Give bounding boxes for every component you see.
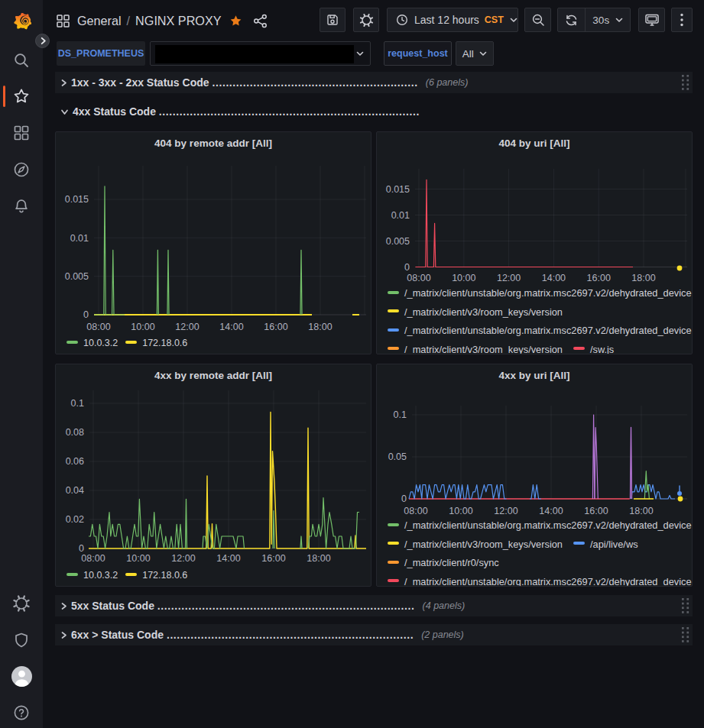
svg-text:0.04: 0.04	[66, 485, 84, 496]
svg-text:14:00: 14:00	[539, 506, 563, 516]
svg-text:0.1: 0.1	[394, 409, 407, 420]
svg-text:0: 0	[401, 493, 407, 504]
svg-text:16:00: 16:00	[264, 322, 287, 332]
svg-text:12:00: 12:00	[175, 322, 199, 332]
svg-text:0.015: 0.015	[386, 184, 410, 195]
svg-text:0.01: 0.01	[70, 233, 89, 244]
svg-text:18:00: 18:00	[307, 553, 330, 564]
svg-text:0.02: 0.02	[66, 514, 84, 525]
svg-text:0.05: 0.05	[388, 451, 407, 462]
svg-text:0: 0	[404, 262, 410, 273]
svg-text:08:00: 08:00	[404, 506, 427, 516]
svg-text:0.005: 0.005	[386, 236, 410, 247]
svg-text:10:00: 10:00	[131, 322, 154, 332]
svg-text:0.01: 0.01	[391, 210, 410, 221]
svg-text:0.015: 0.015	[65, 194, 89, 205]
svg-text:16:00: 16:00	[587, 273, 611, 283]
svg-text:08:00: 08:00	[86, 322, 110, 332]
svg-text:16:00: 16:00	[261, 553, 285, 564]
svg-text:14:00: 14:00	[219, 322, 243, 332]
svg-text:14:00: 14:00	[542, 273, 566, 283]
svg-text:0.06: 0.06	[66, 456, 84, 467]
svg-text:12:00: 12:00	[494, 506, 517, 516]
svg-text:0.1: 0.1	[71, 398, 84, 409]
svg-text:0.005: 0.005	[65, 271, 89, 282]
svg-text:08:00: 08:00	[407, 273, 430, 283]
svg-text:0.08: 0.08	[66, 427, 84, 438]
svg-text:08:00: 08:00	[81, 553, 105, 564]
svg-text:12:00: 12:00	[171, 553, 195, 564]
svg-text:18:00: 18:00	[631, 273, 655, 283]
svg-text:12:00: 12:00	[497, 273, 521, 283]
svg-text:0: 0	[79, 543, 84, 554]
svg-text:0: 0	[83, 309, 89, 320]
svg-text:10:00: 10:00	[449, 506, 472, 516]
svg-text:10:00: 10:00	[126, 553, 150, 564]
svg-text:10:00: 10:00	[452, 273, 475, 283]
svg-text:18:00: 18:00	[308, 322, 332, 332]
svg-text:18:00: 18:00	[629, 506, 653, 516]
svg-text:14:00: 14:00	[216, 553, 240, 564]
svg-text:16:00: 16:00	[584, 506, 608, 516]
